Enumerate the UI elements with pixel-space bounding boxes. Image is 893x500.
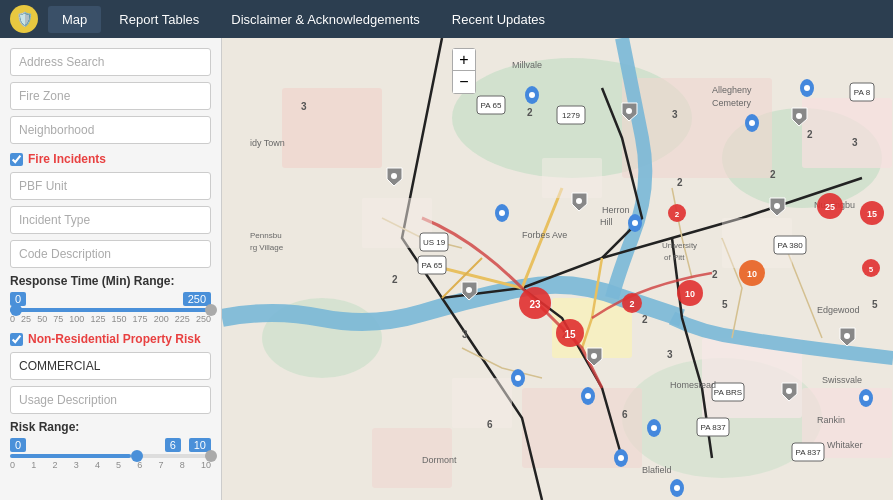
response-time-section: Response Time (Min) Range: 0 250 0 25 50… [10, 274, 211, 324]
map-zoom-controls: + − [452, 48, 476, 94]
svg-text:Millvale: Millvale [512, 60, 542, 70]
svg-text:25: 25 [825, 202, 835, 212]
pbf-unit-input[interactable] [10, 172, 211, 200]
map-svg: US 19 PA 65 PA 65 1279 PA 8 PA 380 PA 83… [222, 38, 893, 500]
svg-text:Dormont: Dormont [422, 455, 457, 465]
svg-point-93 [804, 85, 810, 91]
risk-range-thumb-right[interactable] [205, 450, 217, 462]
response-time-track [10, 308, 211, 312]
svg-text:6: 6 [622, 409, 628, 420]
svg-text:5: 5 [722, 299, 728, 310]
svg-text:10: 10 [685, 289, 695, 299]
svg-text:PA 837: PA 837 [795, 448, 821, 457]
svg-text:Blafield: Blafield [642, 465, 672, 475]
response-time-fill [10, 308, 211, 312]
svg-point-118 [844, 333, 850, 339]
svg-text:3: 3 [667, 349, 673, 360]
svg-point-112 [466, 287, 472, 293]
svg-text:PA 837: PA 837 [700, 423, 726, 432]
svg-text:10: 10 [747, 269, 757, 279]
svg-point-119 [786, 388, 792, 394]
svg-text:Pennsbu: Pennsbu [250, 231, 282, 240]
zoom-out-button[interactable]: − [453, 71, 475, 93]
svg-text:2: 2 [770, 169, 776, 180]
svg-text:15: 15 [867, 209, 877, 219]
svg-text:Hill: Hill [600, 217, 613, 227]
code-description-input[interactable] [10, 240, 211, 268]
svg-point-95 [749, 120, 755, 126]
svg-text:2: 2 [527, 107, 533, 118]
navbar: 🛡️ Map Report Tables Disclaimer & Acknow… [0, 0, 893, 38]
risk-range-values: 0 6 10 [10, 438, 211, 452]
svg-text:6: 6 [487, 419, 493, 430]
svg-point-103 [515, 375, 521, 381]
svg-text:of Pitt: of Pitt [664, 253, 685, 262]
fire-incidents-row: Fire Incidents [10, 152, 211, 166]
svg-point-97 [632, 220, 638, 226]
svg-text:2: 2 [677, 177, 683, 188]
svg-text:Allegheny: Allegheny [712, 85, 752, 95]
commercial-badge: COMMERCIAL [10, 352, 211, 380]
svg-text:3: 3 [672, 109, 678, 120]
svg-point-91 [529, 92, 535, 98]
response-time-thumb-left[interactable] [10, 304, 22, 316]
fire-incidents-checkbox[interactable] [10, 153, 23, 166]
svg-point-114 [576, 198, 582, 204]
svg-text:3: 3 [462, 329, 468, 340]
svg-rect-6 [282, 88, 382, 168]
svg-text:5: 5 [869, 265, 874, 274]
risk-range-fill [10, 454, 131, 458]
svg-point-107 [651, 425, 657, 431]
svg-point-115 [626, 108, 632, 114]
svg-text:2: 2 [712, 269, 718, 280]
svg-point-101 [863, 395, 869, 401]
svg-text:2: 2 [392, 274, 398, 285]
svg-point-116 [774, 203, 780, 209]
zoom-in-button[interactable]: + [453, 49, 475, 71]
map-area[interactable]: + − [222, 38, 893, 500]
nav-item-report-tables[interactable]: Report Tables [105, 6, 213, 33]
svg-point-105 [585, 393, 591, 399]
svg-point-117 [796, 113, 802, 119]
svg-rect-17 [452, 378, 512, 428]
address-search-input[interactable] [10, 48, 211, 76]
svg-point-120 [591, 353, 597, 359]
svg-point-111 [674, 485, 680, 491]
svg-text:5: 5 [872, 299, 878, 310]
risk-range-current: 6 [165, 438, 181, 452]
svg-text:2: 2 [629, 299, 634, 309]
risk-range-min: 0 [10, 438, 26, 452]
svg-text:Homestead: Homestead [670, 380, 716, 390]
usage-description-input[interactable] [10, 386, 211, 414]
svg-rect-15 [542, 158, 602, 198]
svg-text:Herron: Herron [602, 205, 630, 215]
svg-text:2: 2 [642, 314, 648, 325]
non-residential-checkbox[interactable] [10, 333, 23, 346]
risk-range-ticks: 0 1 2 3 4 5 6 7 8 10 [10, 460, 211, 470]
app-logo: 🛡️ [10, 5, 38, 33]
svg-text:15: 15 [564, 329, 576, 340]
fire-zone-input[interactable] [10, 82, 211, 110]
svg-text:PA 8: PA 8 [854, 88, 871, 97]
svg-text:Whitaker: Whitaker [827, 440, 863, 450]
risk-range-track [10, 454, 211, 458]
response-time-thumb-right[interactable] [205, 304, 217, 316]
svg-text:23: 23 [529, 299, 541, 310]
risk-range-thumb-left[interactable] [131, 450, 143, 462]
svg-point-109 [618, 455, 624, 461]
incident-type-input[interactable] [10, 206, 211, 234]
nav-item-recent-updates[interactable]: Recent Updates [438, 6, 559, 33]
svg-text:University: University [662, 241, 697, 250]
svg-point-113 [391, 173, 397, 179]
nav-item-disclaimer[interactable]: Disclaimer & Acknowledgements [217, 6, 434, 33]
svg-text:idy Town: idy Town [250, 138, 285, 148]
svg-text:Edgewood: Edgewood [817, 305, 860, 315]
sidebar: Fire Incidents Response Time (Min) Range… [0, 38, 222, 500]
response-time-values: 0 250 [10, 292, 211, 306]
nav-item-map[interactable]: Map [48, 6, 101, 33]
non-residential-label: Non-Residential Property Risk [28, 332, 201, 346]
svg-text:PA BRS: PA BRS [714, 388, 742, 397]
neighborhood-input[interactable] [10, 116, 211, 144]
svg-text:PA 380: PA 380 [777, 241, 803, 250]
svg-text:Swissvale: Swissvale [822, 375, 862, 385]
